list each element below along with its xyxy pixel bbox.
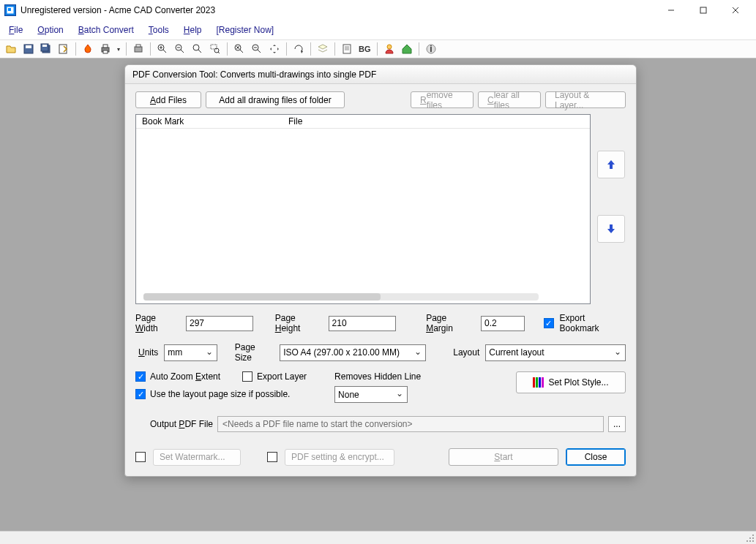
printer-dropdown-icon[interactable]: ▾ bbox=[115, 46, 122, 53]
open-icon[interactable] bbox=[3, 41, 19, 57]
svg-point-41 bbox=[749, 540, 751, 542]
units-label: Units bbox=[138, 347, 158, 358]
svg-rect-10 bbox=[42, 45, 47, 47]
plot-style-icon bbox=[533, 377, 544, 388]
move-up-button[interactable] bbox=[597, 151, 625, 178]
add-files-button[interactable]: Add Files bbox=[135, 91, 201, 108]
svg-line-30 bbox=[240, 50, 243, 53]
set-watermark-button[interactable]: Set Watermark... bbox=[153, 449, 241, 466]
info-icon[interactable]: i bbox=[423, 41, 439, 57]
menu-bar: File Option Batch Convert Tools Help [Re… bbox=[0, 20, 756, 39]
svg-point-43 bbox=[746, 540, 748, 542]
zoom-previous-icon[interactable] bbox=[249, 41, 265, 57]
output-label: Output PDF File bbox=[150, 419, 213, 429]
remove-files-button[interactable]: Remove files bbox=[411, 91, 474, 108]
watermark-checkbox[interactable] bbox=[135, 452, 146, 462]
user-icon[interactable] bbox=[381, 41, 397, 57]
layout-label: Layout bbox=[453, 347, 479, 358]
auto-zoom-checkbox[interactable] bbox=[135, 371, 146, 382]
page-width-label: Page Width bbox=[135, 313, 180, 333]
svg-point-24 bbox=[193, 45, 199, 50]
export-icon[interactable] bbox=[56, 41, 72, 57]
save-icon[interactable] bbox=[20, 41, 37, 57]
svg-rect-7 bbox=[26, 45, 31, 48]
svg-rect-33 bbox=[343, 45, 351, 53]
removes-hidden-select[interactable]: None bbox=[334, 386, 408, 403]
svg-rect-15 bbox=[135, 47, 142, 52]
page-icon[interactable] bbox=[339, 41, 355, 57]
close-window-button[interactable] bbox=[719, 0, 752, 20]
page-height-input[interactable] bbox=[329, 316, 396, 331]
minimize-button[interactable] bbox=[655, 0, 687, 20]
pdf-conversion-dialog: PDF Conversion Tool: Converts multi-draw… bbox=[124, 64, 637, 477]
export-layer-label: Export Layer bbox=[257, 371, 307, 382]
file-list-hscroll[interactable] bbox=[143, 293, 539, 301]
clear-files-button[interactable]: Clear all files bbox=[478, 91, 541, 108]
add-folder-button[interactable]: Add all drawing files of folder bbox=[206, 91, 345, 108]
browse-button[interactable]: ... bbox=[608, 416, 626, 432]
page-margin-label: Page Margin bbox=[426, 313, 475, 333]
zoom-window-icon[interactable] bbox=[207, 41, 223, 57]
menu-file[interactable]: File bbox=[1, 23, 30, 37]
export-bookmark-label: Export Bookmark bbox=[560, 313, 626, 333]
bg-icon[interactable]: BG bbox=[356, 41, 373, 57]
svg-text:i: i bbox=[430, 44, 432, 54]
layout-select[interactable]: Current layout bbox=[485, 344, 626, 361]
zoom-in-icon[interactable] bbox=[154, 41, 171, 57]
maximize-button[interactable] bbox=[687, 0, 719, 20]
window-title: Unregistered version - Acme CAD Converte… bbox=[20, 5, 655, 15]
col-bookmark[interactable]: Book Mark bbox=[136, 115, 282, 128]
svg-line-32 bbox=[258, 50, 261, 53]
svg-point-40 bbox=[752, 540, 754, 542]
svg-rect-11 bbox=[59, 45, 67, 53]
page-margin-input[interactable] bbox=[481, 316, 525, 331]
close-button[interactable]: Close bbox=[566, 448, 626, 466]
pan-icon[interactable] bbox=[266, 41, 282, 57]
output-path-field[interactable]: <Needs a PDF file name to start the conv… bbox=[217, 416, 604, 432]
start-button[interactable]: Start bbox=[449, 448, 558, 466]
layers-icon[interactable] bbox=[315, 41, 331, 57]
pdf-setting-button[interactable]: PDF setting & encrypt... bbox=[285, 449, 394, 466]
status-bar bbox=[0, 531, 756, 544]
use-layout-checkbox[interactable] bbox=[135, 389, 146, 399]
print-icon[interactable] bbox=[130, 41, 146, 57]
file-list[interactable]: Book Mark File bbox=[135, 114, 591, 304]
main-window: Unregistered version - Acme CAD Converte… bbox=[0, 0, 756, 544]
col-file[interactable]: File bbox=[282, 115, 590, 128]
move-down-button[interactable] bbox=[597, 215, 625, 243]
menu-option[interactable]: Option bbox=[30, 23, 70, 37]
svg-line-28 bbox=[218, 52, 220, 53]
home-icon[interactable] bbox=[399, 41, 415, 57]
svg-line-25 bbox=[198, 50, 201, 53]
layout-layer-button[interactable]: Layout & Layer... bbox=[545, 91, 626, 108]
pdf-setting-checkbox[interactable] bbox=[267, 452, 277, 462]
title-bar: Unregistered version - Acme CAD Converte… bbox=[0, 0, 756, 20]
save-all-icon[interactable] bbox=[38, 41, 54, 57]
export-bookmark-checkbox[interactable] bbox=[544, 318, 554, 328]
svg-point-44 bbox=[749, 537, 751, 539]
zoom-reset-icon[interactable] bbox=[190, 41, 206, 57]
flame-icon[interactable] bbox=[80, 41, 96, 57]
svg-rect-13 bbox=[103, 45, 108, 48]
svg-line-18 bbox=[163, 50, 166, 53]
menu-batch[interactable]: Batch Convert bbox=[71, 23, 141, 37]
auto-zoom-label: Auto Zoom Extent bbox=[150, 371, 220, 382]
zoom-out-icon[interactable] bbox=[172, 41, 188, 57]
menu-register[interactable]: [Register Now] bbox=[209, 23, 282, 37]
svg-point-45 bbox=[752, 534, 754, 536]
page-size-select[interactable]: ISO A4 (297.00 x 210.00 MM) bbox=[280, 344, 426, 361]
refresh-icon[interactable] bbox=[291, 41, 307, 57]
page-width-input[interactable] bbox=[186, 316, 253, 331]
zoom-extents-icon[interactable] bbox=[231, 41, 247, 57]
removes-hidden-label: Removes Hidden Line bbox=[334, 371, 421, 382]
units-select[interactable]: mm bbox=[164, 344, 217, 361]
menu-help[interactable]: Help bbox=[176, 23, 209, 37]
export-layer-checkbox[interactable] bbox=[242, 371, 252, 382]
svg-point-42 bbox=[752, 537, 754, 539]
printer-icon[interactable] bbox=[97, 41, 113, 57]
toolbar: ▾ BG i bbox=[0, 39, 756, 58]
set-plot-style-button[interactable]: Set Plot Style... bbox=[516, 371, 626, 393]
svg-rect-3 bbox=[700, 7, 706, 13]
file-list-header: Book Mark File bbox=[136, 115, 590, 129]
menu-tools[interactable]: Tools bbox=[141, 23, 176, 37]
